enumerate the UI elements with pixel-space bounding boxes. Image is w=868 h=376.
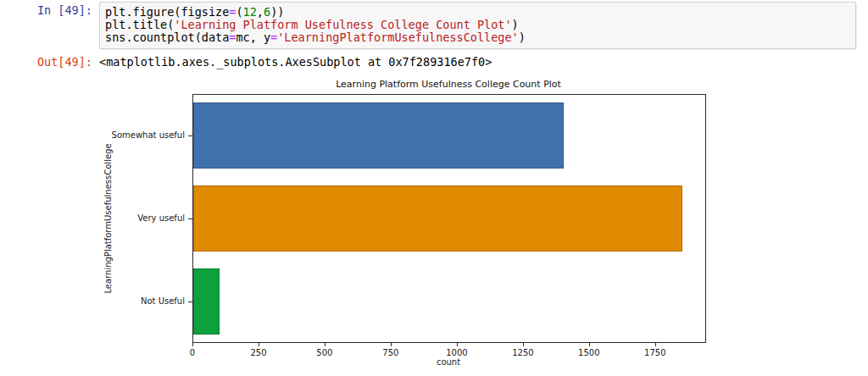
output-cell: Out[49]: <matplotlib.axes._subplots.Axes… [0, 53, 856, 69]
y-tick [188, 135, 192, 136]
x-tick [523, 343, 524, 346]
y-tick-label-somewhat-useful: Somewhat useful [112, 130, 185, 141]
bar-somewhat-useful [193, 102, 564, 169]
x-tick-label-750: 750 [382, 348, 398, 357]
chart-title: Learning Platform Usefulness College Cou… [336, 79, 561, 90]
output-prompt: Out[49]: [0, 53, 99, 69]
x-tick-label-0: 0 [190, 348, 195, 357]
chart-figure: Learning Platform Usefulness College Cou… [0, 76, 868, 376]
x-tick-label-250: 250 [250, 348, 266, 357]
code-line: sns.countplot(data=mc, y='LearningPlatfo… [105, 31, 850, 44]
y-tick [188, 301, 192, 302]
y-tick-label-very-useful: Very useful [137, 213, 185, 224]
x-tick [391, 343, 392, 346]
x-tick [192, 343, 193, 346]
x-tick [259, 343, 259, 346]
x-tick [589, 343, 590, 346]
y-tick [188, 218, 192, 219]
bar-not-useful [193, 268, 220, 335]
y-tick-label-not-useful: Not Useful [141, 296, 185, 307]
code-editor[interactable]: plt.figure(figsize=(12,6))plt.title('Lea… [99, 2, 856, 49]
x-tick [325, 343, 326, 346]
x-tick-label-1500: 1500 [578, 348, 599, 357]
x-tick-label-500: 500 [316, 348, 332, 357]
code-line: plt.title('Learning Platform Usefulness … [105, 19, 850, 31]
x-axis-label: count [437, 357, 460, 367]
input-cell: In [49]: plt.figure(figsize=(12,6))plt.t… [0, 2, 856, 49]
x-tick-label-1750: 1750 [644, 348, 665, 357]
x-tick-label-1000: 1000 [446, 348, 467, 357]
output-repr: <matplotlib.axes._subplots.AxesSubplot a… [99, 53, 492, 69]
x-tick [655, 343, 656, 346]
bar-very-useful [193, 185, 682, 252]
code-lines: plt.figure(figsize=(12,6))plt.title('Lea… [105, 6, 850, 44]
y-axis-label: LearningPlatformUsefulnessCollege [103, 143, 113, 293]
x-tick [457, 343, 458, 346]
code-line: plt.figure(figsize=(12,6)) [105, 6, 850, 19]
input-prompt: In [49]: [0, 2, 99, 17]
x-tick-label-1250: 1250 [512, 348, 533, 357]
